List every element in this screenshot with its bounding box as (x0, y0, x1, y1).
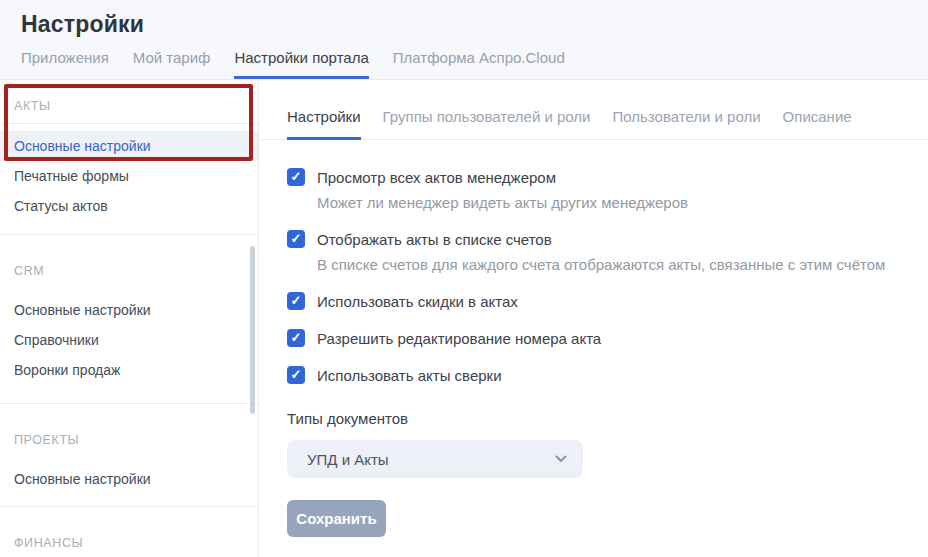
sidebar-item-sales-funnels[interactable]: Воронки продаж (0, 355, 258, 385)
tab-my-tariff[interactable]: Мой тариф (133, 49, 211, 79)
sidebar-section-title: CRM (0, 235, 258, 295)
tab-description[interactable]: Описание (783, 108, 852, 140)
tab-settings[interactable]: Настройки (287, 108, 361, 140)
checkbox-show-acts-in-invoices[interactable]: ✓ (287, 230, 305, 248)
sidebar: АКТЫ Основные настройки Печатные формы С… (0, 81, 259, 557)
checkbox-row: ✓ Разрешить редактирование номера акта (287, 329, 908, 348)
document-types-label: Типы документов (287, 409, 908, 428)
checkbox-row: ✓ Просмотр всех актов менеджером Может л… (287, 168, 908, 212)
tab-applications[interactable]: Приложения (21, 49, 109, 79)
checkbox-row: ✓ Использовать скидки в актах (287, 292, 908, 311)
sidebar-item-projects-main-settings[interactable]: Основные настройки (0, 464, 258, 494)
checkmark-icon: ✓ (291, 292, 302, 310)
tab-platform-aspro-cloud[interactable]: Платформа Аспро.Cloud (393, 49, 565, 79)
sidebar-scrollbar-thumb[interactable] (250, 246, 255, 414)
sidebar-item-print-forms[interactable]: Печатные формы (0, 161, 258, 191)
tab-portal-settings[interactable]: Настройки портала (234, 49, 368, 79)
checkmark-icon: ✓ (291, 230, 302, 248)
sidebar-item-crm-main-settings[interactable]: Основные настройки (0, 295, 258, 325)
checkbox-view-all-acts[interactable]: ✓ (287, 168, 305, 186)
checkbox-label: Отображать акты в списке счетов (317, 230, 885, 249)
sidebar-item-directories[interactable]: Справочники (0, 325, 258, 355)
checkbox-label: Использовать скидки в актах (317, 292, 518, 311)
sidebar-section-title: АКТЫ (0, 81, 258, 124)
sidebar-section-projects: ПРОЕКТЫ Основные настройки (0, 404, 258, 507)
checkbox-description: Может ли менеджер видеть акты других мен… (317, 193, 688, 212)
sidebar-section-acts: АКТЫ Основные настройки Печатные формы С… (0, 81, 258, 235)
document-type-select[interactable]: УПД и Акты (287, 440, 583, 478)
checkbox-label: Использовать акты сверки (317, 366, 502, 385)
sidebar-section-crm: CRM Основные настройки Справочники Ворон… (0, 235, 258, 404)
save-button[interactable]: Сохранить (287, 500, 386, 537)
tab-users-roles[interactable]: Пользователи и роли (613, 108, 761, 140)
select-value: УПД и Акты (307, 451, 555, 468)
chevron-down-icon (555, 455, 567, 463)
checkbox-row: ✓ Использовать акты сверки (287, 366, 908, 385)
sidebar-section-finance: ФИНАНСЫ (0, 507, 258, 557)
checkbox-allow-edit-act-number[interactable]: ✓ (287, 329, 305, 347)
sidebar-section-title: ФИНАНСЫ (0, 507, 258, 557)
settings-page: Настройки Приложения Мой тариф Настройки… (0, 0, 928, 557)
checkmark-icon: ✓ (291, 329, 302, 347)
tab-user-groups-roles[interactable]: Группы пользователей и роли (383, 108, 591, 140)
checkmark-icon: ✓ (291, 168, 302, 186)
page-title: Настройки (21, 11, 928, 38)
sidebar-item-acts-main-settings[interactable]: Основные настройки (0, 131, 258, 161)
checkbox-use-reconciliation-acts[interactable]: ✓ (287, 366, 305, 384)
checkbox-description: В списке счетов для каждого счета отобра… (317, 255, 885, 274)
content-tabs: Настройки Группы пользователей и роли По… (260, 81, 928, 140)
checkmark-icon: ✓ (291, 366, 302, 384)
settings-form: ✓ Просмотр всех актов менеджером Может л… (260, 140, 928, 537)
sidebar-item-act-statuses[interactable]: Статусы актов (0, 191, 258, 221)
header-tabs: Приложения Мой тариф Настройки портала П… (21, 49, 565, 79)
checkbox-row: ✓ Отображать акты в списке счетов В спис… (287, 230, 908, 274)
page-header: Настройки Приложения Мой тариф Настройки… (0, 0, 928, 80)
main-content: Настройки Группы пользователей и роли По… (260, 81, 928, 557)
checkbox-label: Разрешить редактирование номера акта (317, 329, 601, 348)
sidebar-section-title: ПРОЕКТЫ (0, 404, 258, 464)
checkbox-label: Просмотр всех актов менеджером (317, 168, 688, 187)
checkbox-use-discounts[interactable]: ✓ (287, 292, 305, 310)
